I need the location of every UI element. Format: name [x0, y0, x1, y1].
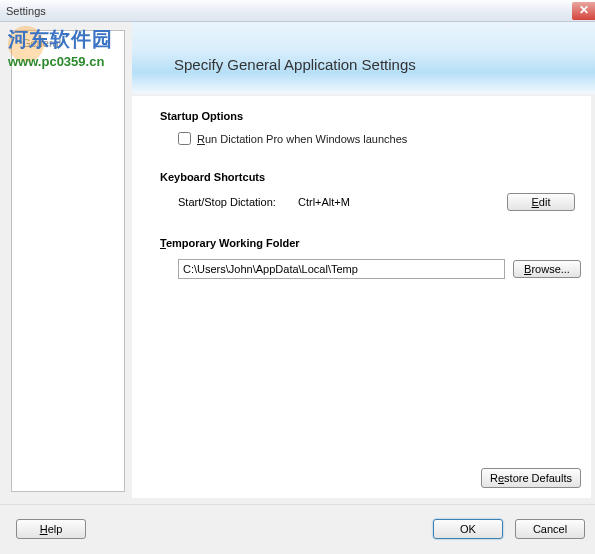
run-on-launch-checkbox[interactable]: [178, 132, 191, 145]
browse-button[interactable]: Browse...: [513, 260, 581, 278]
run-on-launch-label[interactable]: Run Dictation Pro when Windows launches: [197, 133, 407, 145]
shortcuts-title: Keyboard Shortcuts: [160, 171, 581, 183]
page-title: Specify General Application Settings: [174, 56, 416, 73]
cancel-button[interactable]: Cancel: [515, 519, 585, 539]
dialog-footer: Help OK Cancel: [0, 504, 595, 554]
temp-folder-section: Temporary Working Folder Browse...: [160, 237, 581, 279]
close-icon[interactable]: ✕: [572, 2, 595, 20]
startup-section: Startup Options Run Dictation Pro when W…: [160, 110, 581, 145]
content-pane: Startup Options Run Dictation Pro when W…: [132, 96, 591, 498]
help-button[interactable]: Help: [16, 519, 86, 539]
temp-folder-title: Temporary Working Folder: [160, 237, 581, 249]
shortcut-value: Ctrl+Alt+M: [298, 196, 418, 208]
title-bar: Settings ✕: [0, 0, 595, 22]
banner: Specify General Application Settings: [132, 22, 595, 94]
window-title: Settings: [6, 5, 46, 17]
edit-shortcut-button[interactable]: Edit: [507, 193, 575, 211]
startup-title: Startup Options: [160, 110, 581, 122]
ok-button[interactable]: OK: [433, 519, 503, 539]
restore-defaults-button[interactable]: Restore Defaults: [481, 468, 581, 488]
sidebar-item-general[interactable]: General: [22, 37, 61, 49]
shortcuts-section: Keyboard Shortcuts Start/Stop Dictation:…: [160, 171, 581, 211]
shortcut-label: Start/Stop Dictation:: [178, 196, 298, 208]
temp-folder-input[interactable]: [178, 259, 505, 279]
category-sidebar[interactable]: General: [11, 30, 125, 492]
